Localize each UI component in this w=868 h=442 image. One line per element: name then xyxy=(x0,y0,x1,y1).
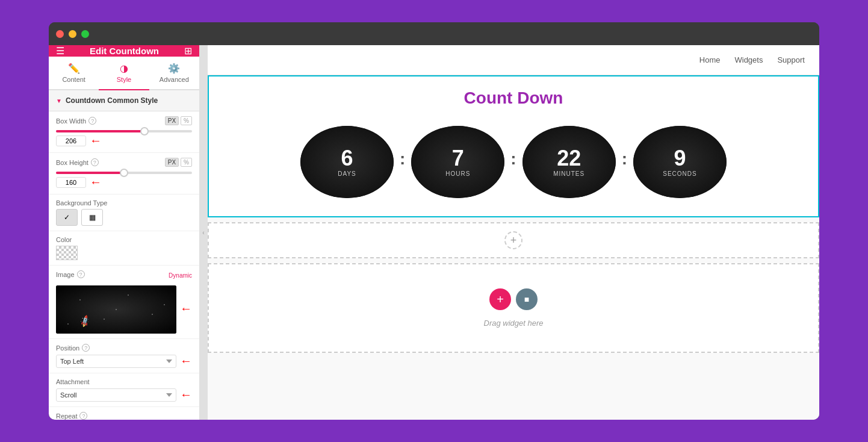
drag-add-btn[interactable]: + xyxy=(489,288,511,310)
position-arrow: ← xyxy=(180,354,192,368)
advanced-tab-label: Advanced xyxy=(160,76,189,83)
color-picker-area xyxy=(56,246,192,260)
countdown-circle-days: 6 DAYS xyxy=(300,126,394,198)
image-arrow: ← xyxy=(180,302,192,316)
countdown-circle-hours: 7 HOURS xyxy=(411,126,504,198)
content-tab-icon: ✏️ xyxy=(68,63,80,74)
bg-type-row: Background Type ✓ ▦ xyxy=(49,195,199,231)
box-height-arrow: ← xyxy=(90,175,102,189)
countdown-seconds: 9 SECONDS xyxy=(633,126,727,198)
box-height-unit-px[interactable]: PX xyxy=(165,158,179,167)
countdown-hours: 7 HOURS xyxy=(411,126,504,198)
position-select[interactable]: Top Left Top Center Top Right Center Bot… xyxy=(56,355,176,368)
countdown-title: Count Down xyxy=(209,89,818,108)
star-field xyxy=(56,285,176,334)
minimize-dot[interactable] xyxy=(69,30,76,38)
position-row: Position ? Top Left Top Center Top Right… xyxy=(49,339,199,373)
box-width-help-icon: ? xyxy=(88,117,96,125)
countdown-minutes: 22 MINUTES xyxy=(522,126,616,198)
tab-advanced[interactable]: ⚙️ Advanced xyxy=(149,57,199,89)
separator-2: : xyxy=(510,149,516,169)
position-help-icon: ? xyxy=(82,344,90,352)
box-width-row: Box Width ? PX % 206 ← xyxy=(49,111,199,153)
box-height-input[interactable]: 160 xyxy=(56,177,86,188)
box-width-fill xyxy=(56,130,144,132)
countdown-circle-inner-seconds: 9 SECONDS xyxy=(633,126,727,198)
box-height-label: Box Height ? PX % xyxy=(56,158,192,167)
section-countdown-common: ▼ Countdown Common Style xyxy=(49,90,199,111)
countdown-label-seconds: SECONDS xyxy=(663,170,696,177)
countdown-label-minutes: MINUTES xyxy=(553,170,584,177)
titlebar xyxy=(49,22,819,45)
nav-support[interactable]: Support xyxy=(777,55,805,64)
section-title: Countdown Common Style xyxy=(66,96,158,105)
add-section-btn[interactable]: + xyxy=(504,231,522,249)
separator-1: : xyxy=(400,149,405,169)
preview-area: Count Down 6 DAYS : xyxy=(208,75,819,420)
countdown-number-hours: 7 xyxy=(452,148,464,169)
close-dot[interactable] xyxy=(56,30,64,38)
drag-stop-btn[interactable]: ■ xyxy=(516,288,538,310)
nav-widgets[interactable]: Widgets xyxy=(734,55,763,64)
box-height-thumb[interactable] xyxy=(120,169,128,177)
attachment-arrow: ← xyxy=(180,388,192,402)
box-height-slider[interactable] xyxy=(56,169,192,175)
box-width-arrow: ← xyxy=(90,134,102,148)
countdown-number-days: 6 xyxy=(341,148,353,169)
attachment-label: Attachment xyxy=(56,378,192,385)
countdown-circle-inner-minutes: 22 MINUTES xyxy=(522,126,616,198)
sidebar: ☰ Edit Countdown ⊞ ✏️ Content ◑ Style ⚙️… xyxy=(49,45,199,420)
box-width-input[interactable]: 206 xyxy=(56,135,86,146)
color-label: Color xyxy=(56,236,192,243)
right-panel: Home Widgets Support Count Down 6 DAYS xyxy=(208,45,819,420)
countdown-widget: Count Down 6 DAYS : xyxy=(208,75,819,217)
color-row: Color xyxy=(49,231,199,266)
box-width-unit-pct[interactable]: % xyxy=(181,116,192,125)
drag-widget-area: + ■ Drag widget here xyxy=(208,263,819,353)
separator-3: : xyxy=(622,149,627,169)
countdown-circle-seconds: 9 SECONDS xyxy=(633,126,727,198)
repeat-row: Repeat ? No-repeat Repeat Repeat-X Repea… xyxy=(49,407,199,420)
countdown-days: 6 DAYS xyxy=(300,126,394,198)
image-preview[interactable]: 🚀 xyxy=(56,285,176,334)
image-label-row: Image ? Dynamic xyxy=(56,270,192,281)
image-help-icon: ? xyxy=(77,270,85,278)
content-tab-label: Content xyxy=(62,76,85,83)
hamburger-icon[interactable]: ☰ xyxy=(56,45,64,57)
main-content: ☰ Edit Countdown ⊞ ✏️ Content ◑ Style ⚙️… xyxy=(49,45,819,420)
box-width-slider[interactable] xyxy=(56,128,192,134)
image-row: Image ? Dynamic 🚀 ← xyxy=(49,266,199,339)
image-dynamic-btn[interactable]: Dynamic xyxy=(169,272,192,279)
color-checker[interactable] xyxy=(56,246,78,260)
drag-widget-text: Drag widget here xyxy=(484,319,544,328)
app-window: ☰ Edit Countdown ⊞ ✏️ Content ◑ Style ⚙️… xyxy=(49,22,819,420)
tab-style[interactable]: ◑ Style xyxy=(99,57,149,90)
position-label: Position ? xyxy=(56,344,192,352)
style-tab-label: Style xyxy=(117,76,131,83)
attachment-row: Attachment Scroll Fixed Local ← xyxy=(49,373,199,407)
tab-content[interactable]: ✏️ Content xyxy=(49,57,99,89)
box-width-thumb[interactable] xyxy=(140,127,149,135)
countdown-circle-inner-hours: 7 HOURS xyxy=(411,126,504,198)
repeat-help-icon: ? xyxy=(79,412,87,420)
attachment-select[interactable]: Scroll Fixed Local xyxy=(56,388,176,402)
countdown-label-hours: HOURS xyxy=(445,170,470,177)
box-width-unit-px[interactable]: PX xyxy=(165,116,179,125)
bg-type-label: Background Type xyxy=(56,199,192,207)
box-height-fill xyxy=(56,172,124,174)
box-width-label: Box Width ? PX % xyxy=(56,116,192,125)
repeat-label: Repeat ? xyxy=(56,412,192,420)
image-inner: 🚀 xyxy=(56,285,176,334)
box-height-unit-pct[interactable]: % xyxy=(181,158,192,167)
sidebar-title: Edit Countdown xyxy=(90,46,159,56)
empty-section: + xyxy=(208,222,819,258)
bg-type-gradient-btn[interactable]: ▦ xyxy=(81,209,103,226)
collapse-handle[interactable]: ‹ xyxy=(199,45,208,420)
countdown-label-days: DAYS xyxy=(338,170,356,177)
bg-type-solid-btn[interactable]: ✓ xyxy=(56,209,78,226)
section-arrow-icon: ▼ xyxy=(56,98,62,104)
maximize-dot[interactable] xyxy=(81,30,89,38)
grid-icon[interactable]: ⊞ xyxy=(184,45,192,57)
style-tab-icon: ◑ xyxy=(120,63,128,74)
nav-home[interactable]: Home xyxy=(699,55,721,64)
